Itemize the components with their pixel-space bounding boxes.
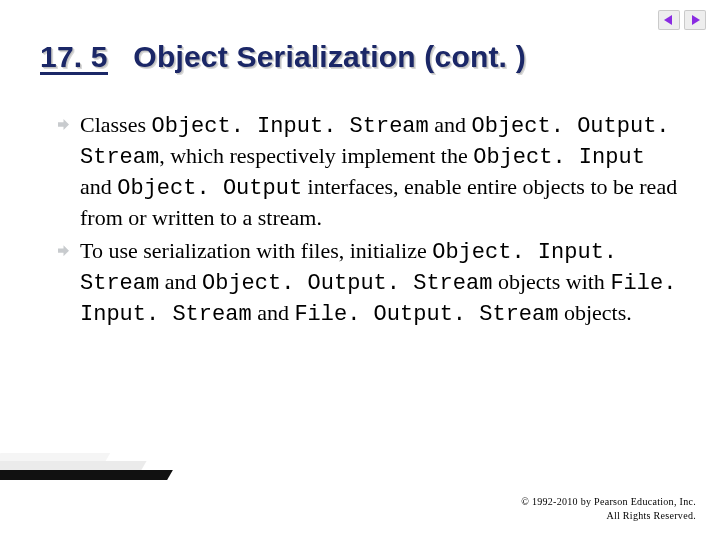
code-text: Object. Output. Stream: [202, 271, 492, 296]
code-text: Object. Input: [473, 145, 645, 170]
bullet-list: Classes Object. Input. Stream and Object…: [58, 110, 680, 329]
nav-prev-icon: [663, 14, 675, 26]
svg-marker-0: [664, 15, 672, 25]
body-text: and: [159, 269, 202, 294]
body-text: Classes: [80, 112, 152, 137]
body-text: and: [80, 174, 117, 199]
slide: 17. 5 Object Serialization (cont. ) Clas…: [0, 0, 720, 540]
body-text: objects with: [492, 269, 610, 294]
copyright-line1: © 1992-2010 by Pearson Education, Inc.: [521, 496, 696, 507]
title-text: Object Serialization (cont. ): [133, 40, 526, 73]
code-text: File. Output. Stream: [294, 302, 558, 327]
section-number: 17. 5: [40, 42, 108, 75]
copyright-line2: All Rights Reserved.: [606, 510, 696, 521]
list-item: To use serialization with files, initial…: [58, 236, 680, 329]
nav-next-icon: [689, 14, 701, 26]
body-text: and: [429, 112, 472, 137]
nav-prev-button[interactable]: [658, 10, 680, 30]
slide-body: Classes Object. Input. Stream and Object…: [58, 110, 680, 333]
slide-title: 17. 5 Object Serialization (cont. ): [40, 40, 526, 75]
body-text: To use serialization with files, initial…: [80, 238, 432, 263]
svg-marker-1: [692, 15, 700, 25]
footer-accent: [0, 440, 190, 480]
slide-nav: [658, 10, 706, 30]
body-text: , which respectively implement the: [159, 143, 473, 168]
nav-next-button[interactable]: [684, 10, 706, 30]
copyright: © 1992-2010 by Pearson Education, Inc. A…: [0, 495, 696, 522]
list-item: Classes Object. Input. Stream and Object…: [58, 110, 680, 232]
code-text: Object. Input. Stream: [152, 114, 429, 139]
code-text: Object. Output: [117, 176, 302, 201]
body-text: and: [252, 300, 295, 325]
body-text: objects.: [558, 300, 631, 325]
